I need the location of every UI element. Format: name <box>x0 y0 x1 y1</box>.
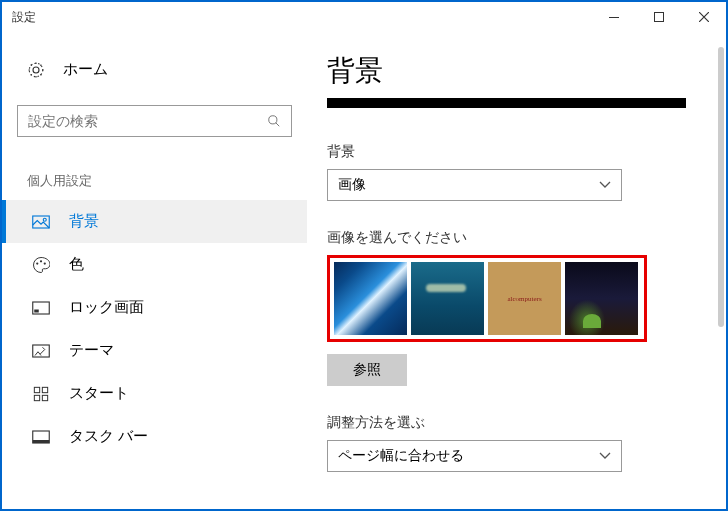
background-label: 背景 <box>327 143 686 161</box>
maximize-button[interactable] <box>636 2 681 32</box>
thumbnail-4[interactable] <box>565 262 638 335</box>
svg-point-3 <box>269 116 277 124</box>
close-icon <box>699 12 709 22</box>
nav-item-taskbar[interactable]: タスク バー <box>2 415 307 458</box>
svg-rect-0 <box>609 17 619 18</box>
thumbnail-3[interactable]: alcomputers <box>488 262 561 335</box>
search-icon <box>267 114 281 128</box>
main-panel: 背景 背景 画像 画像を選んでください alcomputers 参照 調整方法を… <box>307 32 726 509</box>
chevron-down-icon <box>599 452 611 460</box>
lockscreen-icon <box>31 301 51 315</box>
dropdown-value: 画像 <box>338 176 366 194</box>
home-label: ホーム <box>63 60 108 79</box>
browse-button[interactable]: 参照 <box>327 354 407 386</box>
group-label: 個人用設定 <box>2 162 307 200</box>
start-icon <box>31 386 51 402</box>
nav-label: テーマ <box>69 341 114 360</box>
sidebar: ホーム 個人用設定 背景 色 ロック画面 <box>2 32 307 509</box>
palette-icon <box>31 256 51 274</box>
svg-rect-12 <box>34 387 39 392</box>
maximize-icon <box>654 12 664 22</box>
background-dropdown[interactable]: 画像 <box>327 169 622 201</box>
svg-point-8 <box>44 262 46 264</box>
svg-rect-14 <box>34 395 39 400</box>
dropdown-value: ページ幅に合わせる <box>338 447 464 465</box>
nav-label: タスク バー <box>69 427 148 446</box>
chevron-down-icon <box>599 181 611 189</box>
thumbnail-2[interactable] <box>411 262 484 335</box>
svg-rect-13 <box>42 387 47 392</box>
minimize-icon <box>609 17 619 18</box>
nav-label: 色 <box>69 255 84 274</box>
picture-icon <box>31 215 51 229</box>
svg-rect-17 <box>33 440 50 443</box>
svg-rect-10 <box>34 309 39 312</box>
minimize-button[interactable] <box>591 2 636 32</box>
nav-item-colors[interactable]: 色 <box>2 243 307 286</box>
taskbar-icon <box>31 430 51 444</box>
fit-dropdown[interactable]: ページ幅に合わせる <box>327 440 622 472</box>
fit-label: 調整方法を選ぶ <box>327 414 686 432</box>
scrollbar[interactable] <box>718 47 724 327</box>
window-controls <box>591 2 726 32</box>
page-title: 背景 <box>327 52 686 90</box>
svg-point-5 <box>43 218 46 221</box>
choose-image-label: 画像を選んでください <box>327 229 686 247</box>
svg-rect-15 <box>42 395 47 400</box>
title-underline <box>327 98 686 108</box>
nav-label: 背景 <box>69 212 99 231</box>
gear-icon <box>27 61 45 79</box>
nav-label: ロック画面 <box>69 298 144 317</box>
nav-item-background[interactable]: 背景 <box>2 200 307 243</box>
image-thumbnails-highlight: alcomputers <box>327 255 647 342</box>
nav-item-start[interactable]: スタート <box>2 372 307 415</box>
search-field[interactable] <box>28 113 267 129</box>
nav-label: スタート <box>69 384 129 403</box>
search-input[interactable] <box>17 105 292 137</box>
svg-rect-1 <box>654 13 663 22</box>
thumbnail-1[interactable] <box>334 262 407 335</box>
theme-icon <box>31 344 51 358</box>
home-button[interactable]: ホーム <box>2 52 307 87</box>
svg-point-7 <box>40 260 42 262</box>
close-button[interactable] <box>681 2 726 32</box>
nav-item-themes[interactable]: テーマ <box>2 329 307 372</box>
nav-item-lockscreen[interactable]: ロック画面 <box>2 286 307 329</box>
svg-point-6 <box>36 262 38 264</box>
window-title: 設定 <box>12 9 36 26</box>
